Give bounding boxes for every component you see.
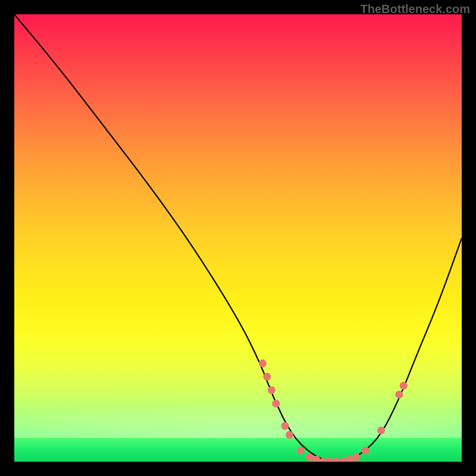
data-dots (259, 359, 408, 462)
data-point (326, 458, 334, 462)
data-point (333, 458, 340, 462)
data-point (400, 382, 408, 390)
data-point (306, 453, 314, 461)
data-point (297, 447, 305, 455)
data-point (353, 453, 361, 461)
data-point (259, 359, 267, 367)
data-point (272, 400, 280, 408)
data-point (281, 422, 289, 430)
data-point (312, 456, 320, 462)
data-point (286, 431, 293, 439)
data-point (377, 427, 385, 434)
chart-frame: TheBottleneck.com (0, 0, 476, 476)
bottleneck-curve (14, 14, 462, 462)
data-point (346, 456, 354, 462)
data-point (362, 447, 369, 455)
curve-svg (14, 14, 462, 462)
data-point (395, 391, 403, 399)
data-point (339, 458, 347, 462)
data-point (263, 373, 271, 381)
watermark-text: TheBottleneck.com (361, 2, 470, 16)
data-point (268, 386, 275, 394)
plot-area (14, 14, 462, 462)
